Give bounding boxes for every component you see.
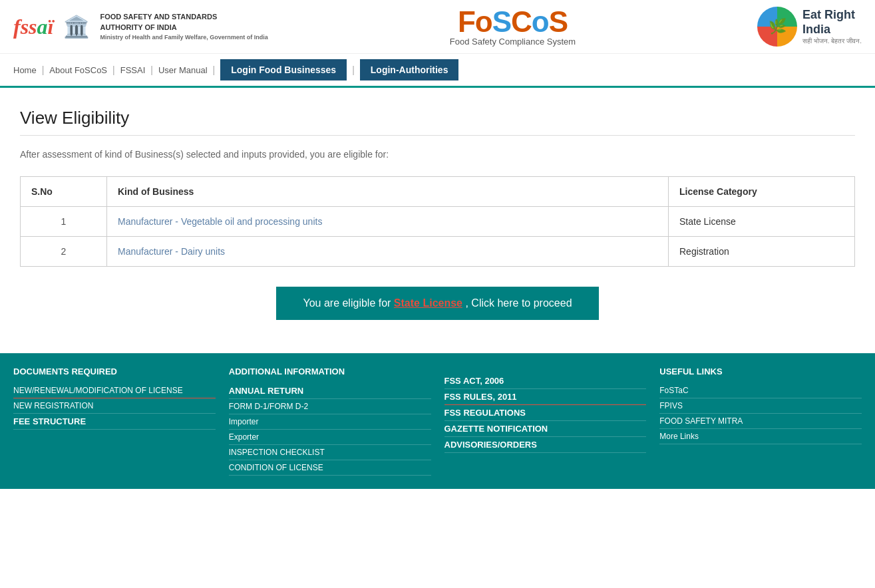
- fssai-logo: fssaï: [13, 15, 53, 39]
- foscos-subtitle: Food Safety Compliance System: [450, 37, 576, 47]
- eat-right-logo: 🌿 Eat Right India सही भोजन. बेहतर जीवन.: [757, 7, 862, 47]
- footer-link[interactable]: FORM D-1/FORM D-2: [229, 399, 431, 414]
- eat-right-circle: 🌿: [757, 7, 797, 47]
- col-header-business: Kind of Business: [107, 177, 669, 207]
- navigation: Home | About FoSCoS | FSSAI | User Manua…: [0, 53, 875, 86]
- table-cell-sno: 2: [21, 237, 107, 267]
- footer-col-additional-heading: ADDITIONAL INFORMATION: [229, 367, 431, 376]
- nav-fssai[interactable]: FSSAI: [120, 65, 146, 75]
- state-license-highlight: State License: [394, 297, 462, 309]
- footer-link[interactable]: More Links: [659, 429, 862, 444]
- footer-link[interactable]: FPIVS: [659, 398, 862, 414]
- footer-link[interactable]: FoSTaC: [659, 383, 862, 398]
- footer: DOCUMENTS REQUIRED NEW/RENEWAL/MODIFICAT…: [0, 353, 875, 489]
- proceed-section: You are eligible for State License , Cli…: [20, 287, 855, 320]
- main-content: View Eligibility After assessment of kin…: [0, 88, 875, 353]
- footer-link[interactable]: INSPECTION CHECKLIST: [229, 445, 431, 460]
- footer-link[interactable]: ADVISORIES/ORDERS: [444, 437, 647, 453]
- login-authorities-button[interactable]: Login-Authorities: [360, 59, 459, 80]
- footer-link[interactable]: Importer: [229, 414, 431, 430]
- footer-link[interactable]: ANNUAL RETURN: [229, 383, 431, 399]
- footer-link[interactable]: FEE STRUCTURE: [13, 414, 216, 430]
- nav-about[interactable]: About FoSCoS: [49, 65, 107, 75]
- foscos-logo: FoSCoS Food Safety Compliance System: [450, 7, 576, 47]
- foscos-title: FoSCoS: [450, 7, 576, 37]
- proceed-button[interactable]: You are eligible for State License , Cli…: [276, 287, 598, 320]
- footer-col-documents: DOCUMENTS REQUIRED NEW/RENEWAL/MODIFICAT…: [13, 367, 216, 476]
- national-emblem: 🏛️: [60, 9, 93, 45]
- footer-link[interactable]: FSS ACT, 2006: [444, 373, 647, 389]
- footer-col-useful-heading: USEFUL LINKS: [659, 367, 862, 376]
- footer-col-documents-heading: DOCUMENTS REQUIRED: [13, 367, 216, 376]
- footer-link[interactable]: GAZETTE NOTIFICATION: [444, 421, 647, 437]
- table-cell-license: State License: [669, 207, 855, 237]
- eligibility-table: S.No Kind of Business License Category 1…: [20, 176, 855, 267]
- col-header-sno: S.No: [21, 177, 107, 207]
- footer-col-additional: ADDITIONAL INFORMATION ANNUAL RETURNFORM…: [229, 367, 431, 476]
- proceed-text-after: , Click here to proceed: [465, 297, 572, 309]
- table-cell-license: Registration: [669, 237, 855, 267]
- footer-link[interactable]: FSS REGULATIONS: [444, 405, 647, 421]
- page-title: View Eligibility: [20, 108, 855, 136]
- proceed-text-before: You are eligible for: [303, 297, 393, 309]
- table-cell-sno: 1: [21, 207, 107, 237]
- footer-col-fss: FSS ACT, 2006FSS RULES, 2011FSS REGULATI…: [444, 367, 647, 476]
- footer-link[interactable]: CONDITION OF LICENSE: [229, 460, 431, 476]
- footer-link[interactable]: FSS RULES, 2011: [444, 389, 647, 405]
- footer-link[interactable]: FOOD SAFETY MITRA: [659, 414, 862, 429]
- login-food-businesses-button[interactable]: Login Food Businesses: [220, 59, 347, 80]
- table-cell-business: Manufacturer - Vegetable oil and process…: [107, 207, 669, 237]
- fssai-org-text: FOOD SAFETY AND STANDARDS AUTHORITY OF I…: [100, 11, 267, 43]
- table-cell-business: Manufacturer - Dairy units: [107, 237, 669, 267]
- col-header-license: License Category: [669, 177, 855, 207]
- footer-link[interactable]: NEW/RENEWAL/MODIFICATION OF LICENSE: [13, 383, 216, 398]
- footer-link[interactable]: Exporter: [229, 430, 431, 445]
- eat-right-tagline: सही भोजन. बेहतर जीवन.: [802, 37, 862, 45]
- eat-right-text: Eat Right India: [802, 8, 862, 37]
- nav-user-manual[interactable]: User Manual: [158, 65, 208, 75]
- footer-link[interactable]: NEW REGISTRATION: [13, 398, 216, 414]
- table-row: 2 Manufacturer - Dairy units Registratio…: [21, 237, 855, 267]
- eligibility-description: After assessment of kind of Business(s) …: [20, 149, 855, 160]
- nav-home[interactable]: Home: [13, 65, 37, 75]
- footer-col-useful-links: USEFUL LINKS FoSTaCFPIVSFOOD SAFETY MITR…: [659, 367, 862, 476]
- table-row: 1 Manufacturer - Vegetable oil and proce…: [21, 207, 855, 237]
